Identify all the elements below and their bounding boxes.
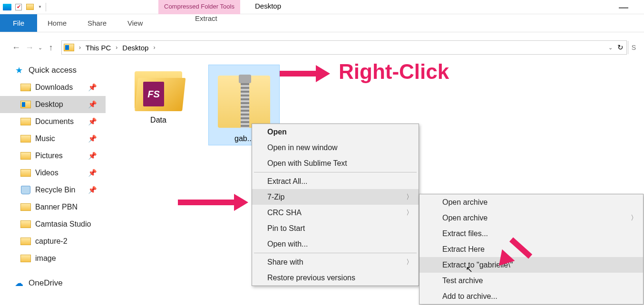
qat-dropdown-icon[interactable]: ▼	[38, 5, 42, 9]
sidebar-item-label: Videos	[35, 169, 59, 177]
window-title: Desktop	[255, 2, 281, 10]
pin-icon: 📌	[88, 169, 97, 177]
tab-home[interactable]: Home	[37, 14, 77, 32]
contextual-tab-label: Compressed Folder Tools	[158, 0, 240, 14]
sidebar-item-label: Camtasia Studio	[35, 220, 91, 229]
folder-icon	[20, 237, 31, 246]
ctx-open-with[interactable]: Open with...	[252, 236, 419, 252]
chevron-right-icon[interactable]: ›	[77, 44, 83, 51]
ctx-crc-sha[interactable]: CRC SHA〉	[252, 205, 419, 220]
ctx-pin-start[interactable]: Pin to Start	[252, 220, 419, 236]
item-label: Data	[123, 116, 194, 124]
ribbon-tabs: File Home Share View Extract	[0, 14, 644, 32]
pin-icon: 📌	[88, 186, 97, 194]
folder-icon	[20, 152, 31, 160]
context-submenu-7zip: Open archive Open archive〉 Extract files…	[419, 194, 644, 305]
ctx-share-with[interactable]: Share with〉	[252, 254, 419, 270]
quick-access-root[interactable]: ★ Quick access	[0, 62, 106, 79]
chevron-right-icon: 〉	[406, 193, 413, 201]
ctx-add-archive[interactable]: Add to archive...	[420, 288, 643, 304]
tab-share[interactable]: Share	[77, 14, 117, 32]
title-bar: ✔ ▼ Compressed Folder Tools Desktop —	[0, 0, 644, 14]
sidebar-item-folder[interactable]: capture-2	[0, 233, 106, 250]
forward-button[interactable]: →	[23, 41, 36, 54]
sidebar-item-recyclebin[interactable]: Recycle Bin 📌	[0, 181, 106, 199]
sidebar-item-label: Recycle Bin	[35, 186, 75, 194]
sidebar-item-folder[interactable]: image	[0, 250, 106, 267]
ctx-open[interactable]: Open	[252, 124, 419, 140]
folder-icon	[20, 134, 31, 143]
sidebar-item-desktop[interactable]: Desktop 📌	[0, 96, 106, 113]
folder-icon	[20, 254, 31, 263]
sidebar-item-folder[interactable]: Camtasia Studio	[0, 216, 106, 233]
folder-icon	[20, 169, 31, 177]
sidebar-item-label: Desktop	[35, 100, 63, 109]
sidebar-item-label: Music	[35, 134, 55, 143]
separator	[254, 253, 417, 253]
zip-icon	[213, 67, 275, 130]
pin-icon: 📌	[88, 134, 97, 143]
explorer-icon[interactable]	[2, 2, 12, 12]
location-icon	[64, 44, 74, 51]
back-button[interactable]: ←	[10, 41, 23, 54]
ctx-open-archive-sub[interactable]: Open archive〉	[420, 210, 643, 226]
ctx-open-archive[interactable]: Open archive	[420, 194, 643, 210]
navigation-pane: ★ Quick access Downloads 📌 Desktop 📌 Doc…	[0, 60, 106, 292]
minimize-button[interactable]: —	[613, 0, 634, 14]
recent-dropdown-icon[interactable]: ⌄	[38, 45, 42, 51]
chevron-right-icon: 〉	[406, 209, 413, 217]
onedrive-root[interactable]: ☁ OneDrive	[0, 275, 106, 292]
properties-icon[interactable]: ✔	[13, 2, 24, 12]
sidebar-item-label: Downloads	[35, 83, 73, 92]
sidebar-item-pictures[interactable]: Pictures 📌	[0, 147, 106, 164]
separator	[254, 172, 417, 172]
new-folder-icon[interactable]	[25, 2, 35, 12]
pin-icon: 📌	[88, 83, 97, 92]
chevron-right-icon: 〉	[631, 214, 637, 222]
ctx-open-new-window[interactable]: Open in new window	[252, 140, 419, 155]
sidebar-item-label: capture-2	[35, 237, 68, 246]
sidebar-item-label: Banner PBN	[35, 203, 78, 211]
sidebar-item-folder[interactable]: Banner PBN	[0, 199, 106, 216]
folder-icon	[20, 83, 31, 92]
quick-access-toolbar: ✔ ▼	[0, 2, 46, 12]
sidebar-item-label: image	[35, 254, 56, 263]
folder-icon	[20, 203, 31, 211]
ctx-open-sublime[interactable]: Open with Sublime Text	[252, 155, 419, 171]
up-button[interactable]: ↑	[44, 41, 58, 54]
navigation-bar: ← → ⌄ ↑ › This PC › Desktop › ⌄ ↻ S	[0, 39, 644, 56]
chevron-right-icon[interactable]: ›	[151, 44, 157, 51]
tab-extract[interactable]: Extract	[185, 14, 228, 22]
folder-item[interactable]: FS Data	[123, 65, 194, 124]
sidebar-item-videos[interactable]: Videos 📌	[0, 164, 106, 181]
breadcrumb-this-pc[interactable]: This PC	[83, 44, 114, 52]
breadcrumb-desktop[interactable]: Desktop	[119, 44, 151, 52]
chevron-right-icon[interactable]: ›	[114, 44, 119, 51]
sidebar-item-downloads[interactable]: Downloads 📌	[0, 79, 106, 96]
ctx-extract-all[interactable]: Extract All...	[252, 173, 419, 189]
chevron-right-icon: 〉	[406, 258, 413, 267]
address-dropdown-icon[interactable]: ⌄	[608, 45, 613, 51]
search-box[interactable]: S	[628, 41, 639, 54]
onedrive-icon: ☁	[13, 279, 25, 287]
folder-icon: FS	[135, 67, 182, 111]
sidebar-item-music[interactable]: Music 📌	[0, 130, 106, 147]
onedrive-label: OneDrive	[29, 278, 63, 288]
sidebar-item-documents[interactable]: Documents 📌	[0, 113, 106, 130]
ctx-extract-to[interactable]: Extract to "gabrielle\"	[420, 257, 643, 273]
ctx-extract-files[interactable]: Extract files...	[420, 226, 643, 241]
refresh-icon[interactable]: ↻	[617, 43, 624, 52]
star-icon: ★	[13, 66, 25, 75]
quick-access-label: Quick access	[29, 66, 77, 75]
sidebar-item-label: Documents	[35, 117, 74, 126]
address-bar[interactable]: › This PC › Desktop › ⌄ ↻	[61, 40, 627, 55]
file-tab[interactable]: File	[0, 14, 37, 32]
sidebar-item-label: Pictures	[35, 152, 63, 160]
pin-icon: 📌	[88, 100, 97, 109]
ctx-test-archive[interactable]: Test archive	[420, 273, 643, 288]
folder-icon	[20, 100, 31, 109]
tab-view[interactable]: View	[117, 14, 153, 32]
pin-icon: 📌	[88, 152, 97, 160]
ctx-restore[interactable]: Restore previous versions	[252, 270, 419, 286]
ctx-7zip[interactable]: 7-Zip〉	[252, 189, 419, 205]
